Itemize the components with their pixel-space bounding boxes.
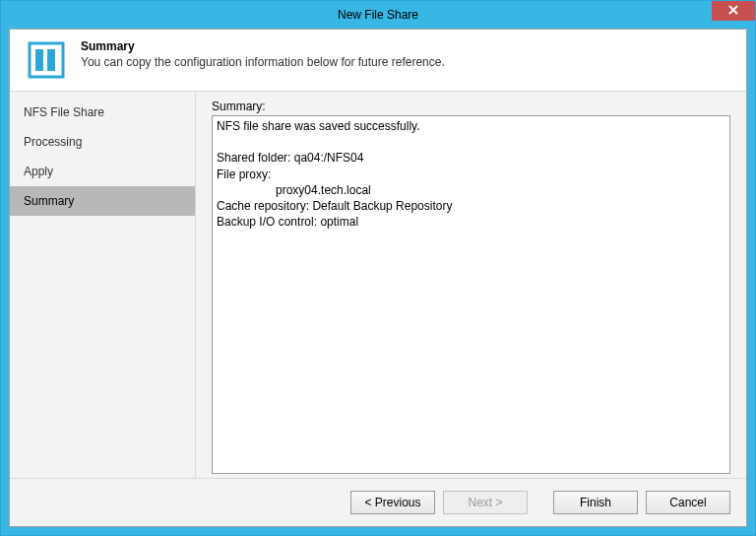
svg-rect-1 bbox=[35, 49, 43, 71]
window-frame: New File Share Summary You can copy the … bbox=[0, 0, 756, 536]
finish-button[interactable]: Finish bbox=[553, 491, 638, 514]
step-summary[interactable]: Summary bbox=[10, 186, 195, 216]
wizard-steps: NFS File Share Processing Apply Summary bbox=[10, 92, 196, 478]
step-processing[interactable]: Processing bbox=[10, 127, 195, 157]
wizard-header: Summary You can copy the configuration i… bbox=[10, 30, 746, 92]
wizard-footer: < Previous Next > Finish Cancel bbox=[10, 478, 746, 526]
button-gap bbox=[536, 491, 545, 514]
svg-rect-2 bbox=[47, 49, 55, 71]
svg-rect-0 bbox=[30, 43, 63, 77]
step-nfs-file-share[interactable]: NFS File Share bbox=[10, 98, 195, 127]
summary-panel: Summary: bbox=[196, 92, 746, 478]
wizard-header-title: Summary bbox=[81, 39, 445, 53]
summary-label: Summary: bbox=[212, 100, 730, 113]
title-bar: New File Share bbox=[1, 1, 755, 29]
window-title: New File Share bbox=[338, 8, 418, 22]
close-button[interactable] bbox=[712, 1, 755, 21]
previous-button[interactable]: < Previous bbox=[350, 491, 435, 514]
client-area: Summary You can copy the configuration i… bbox=[9, 29, 747, 527]
wizard-body: NFS File Share Processing Apply Summary … bbox=[10, 92, 746, 478]
next-button: Next > bbox=[443, 491, 528, 514]
wizard-header-subtitle: You can copy the configuration informati… bbox=[81, 55, 445, 69]
cancel-button[interactable]: Cancel bbox=[646, 491, 730, 514]
close-icon bbox=[728, 4, 738, 18]
summary-textarea[interactable] bbox=[212, 115, 730, 474]
share-icon bbox=[26, 39, 67, 81]
wizard-header-text: Summary You can copy the configuration i… bbox=[81, 39, 445, 69]
step-apply[interactable]: Apply bbox=[10, 157, 195, 186]
